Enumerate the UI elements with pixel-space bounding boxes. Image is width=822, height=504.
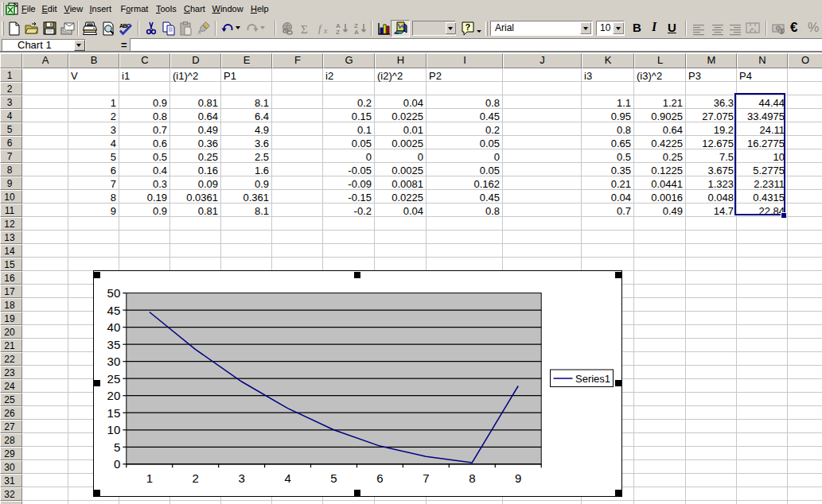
- svg-text:4: 4: [284, 471, 290, 485]
- svg-text:6: 6: [376, 471, 383, 485]
- svg-text:40: 40: [107, 320, 121, 334]
- svg-text:1: 1: [146, 471, 153, 485]
- svg-text:25: 25: [107, 372, 121, 386]
- svg-text:0: 0: [114, 457, 120, 471]
- svg-text:?: ?: [466, 22, 471, 32]
- svg-text:30: 30: [107, 355, 121, 368]
- svg-text:$: $: [781, 29, 784, 34]
- svg-text:9: 9: [515, 471, 521, 485]
- svg-text:x: x: [323, 26, 328, 35]
- svg-text:45: 45: [107, 304, 121, 317]
- svg-text:7: 7: [423, 471, 429, 485]
- svg-text:Series1: Series1: [575, 373, 610, 385]
- svg-text:A: A: [354, 29, 359, 36]
- svg-text:5: 5: [114, 440, 120, 454]
- svg-text:f: f: [318, 22, 323, 34]
- svg-text:8: 8: [469, 471, 475, 485]
- svg-text:2: 2: [193, 471, 199, 485]
- svg-text:50: 50: [107, 286, 121, 300]
- svg-text:15: 15: [107, 406, 121, 420]
- svg-text:10: 10: [107, 423, 121, 436]
- svg-text:20: 20: [107, 389, 121, 402]
- svg-text:3: 3: [238, 471, 244, 485]
- svg-text:35: 35: [107, 338, 121, 351]
- svg-text:5: 5: [330, 471, 337, 485]
- svg-text:Σ: Σ: [301, 23, 308, 36]
- svg-text:Z: Z: [336, 29, 340, 36]
